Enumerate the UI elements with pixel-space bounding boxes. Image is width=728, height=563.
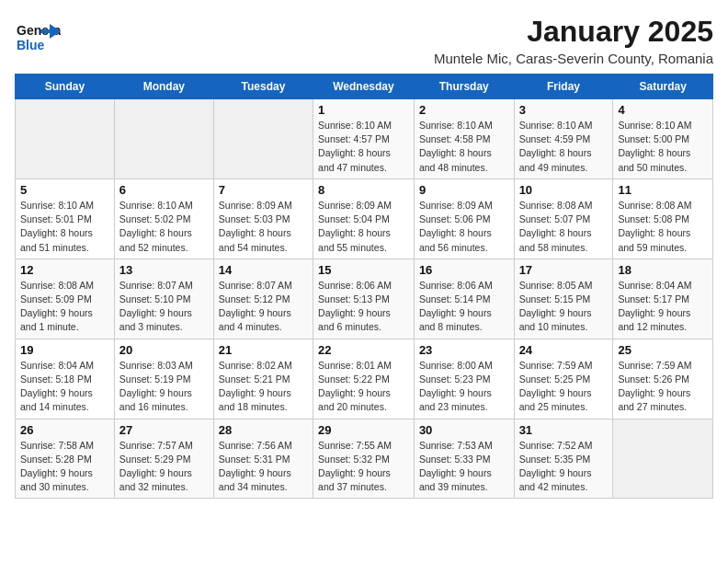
calendar-cell: 17Sunrise: 8:05 AMSunset: 5:15 PMDayligh… bbox=[514, 259, 613, 339]
calendar-cell: 28Sunrise: 7:56 AMSunset: 5:31 PMDayligh… bbox=[213, 419, 313, 499]
day-info: Sunrise: 8:04 AMSunset: 5:17 PMDaylight:… bbox=[618, 279, 708, 335]
day-info: Sunrise: 8:10 AMSunset: 5:01 PMDaylight:… bbox=[20, 199, 109, 255]
calendar-cell: 8Sunrise: 8:09 AMSunset: 5:04 PMDaylight… bbox=[313, 178, 415, 259]
day-number: 13 bbox=[119, 263, 209, 277]
calendar-cell: 27Sunrise: 7:57 AMSunset: 5:29 PMDayligh… bbox=[114, 419, 213, 499]
calendar-cell: 25Sunrise: 7:59 AMSunset: 5:26 PMDayligh… bbox=[613, 339, 713, 419]
day-info: Sunrise: 8:09 AMSunset: 5:04 PMDaylight:… bbox=[318, 199, 409, 255]
day-number: 28 bbox=[219, 423, 308, 437]
day-number: 1 bbox=[318, 103, 409, 117]
title-area: January 2025 Muntele Mic, Caras-Severin … bbox=[434, 15, 713, 66]
day-info: Sunrise: 7:55 AMSunset: 5:32 PMDaylight:… bbox=[318, 439, 409, 495]
calendar-cell: 11Sunrise: 8:08 AMSunset: 5:08 PMDayligh… bbox=[613, 178, 713, 259]
day-number: 25 bbox=[618, 343, 708, 357]
calendar-table: SundayMondayTuesdayWednesdayThursdayFrid… bbox=[15, 74, 713, 499]
day-info: Sunrise: 8:10 AMSunset: 5:00 PMDaylight:… bbox=[618, 119, 708, 175]
calendar-cell: 6Sunrise: 8:10 AMSunset: 5:02 PMDaylight… bbox=[114, 178, 213, 259]
day-info: Sunrise: 8:10 AMSunset: 4:57 PMDaylight:… bbox=[318, 119, 409, 175]
calendar-cell: 20Sunrise: 8:03 AMSunset: 5:19 PMDayligh… bbox=[114, 339, 213, 419]
day-info: Sunrise: 8:00 AMSunset: 5:23 PMDaylight:… bbox=[419, 359, 509, 415]
day-info: Sunrise: 8:08 AMSunset: 5:07 PMDaylight:… bbox=[519, 199, 609, 255]
calendar-cell bbox=[114, 99, 213, 179]
subtitle: Muntele Mic, Caras-Severin County, Roman… bbox=[434, 51, 713, 66]
day-number: 24 bbox=[519, 343, 609, 357]
page-header: General Blue January 2025 Muntele Mic, C… bbox=[15, 15, 713, 66]
calendar-cell: 4Sunrise: 8:10 AMSunset: 5:00 PMDaylight… bbox=[613, 99, 713, 179]
calendar-week-4: 19Sunrise: 8:04 AMSunset: 5:18 PMDayligh… bbox=[16, 339, 713, 419]
calendar-cell: 7Sunrise: 8:09 AMSunset: 5:03 PMDaylight… bbox=[213, 178, 313, 259]
day-info: Sunrise: 7:56 AMSunset: 5:31 PMDaylight:… bbox=[219, 439, 308, 495]
day-info: Sunrise: 8:07 AMSunset: 5:12 PMDaylight:… bbox=[219, 279, 308, 335]
day-number: 30 bbox=[419, 423, 509, 437]
day-number: 4 bbox=[618, 103, 708, 117]
day-info: Sunrise: 8:10 AMSunset: 4:58 PMDaylight:… bbox=[419, 119, 509, 175]
calendar-week-1: 1Sunrise: 8:10 AMSunset: 4:57 PMDaylight… bbox=[16, 99, 713, 179]
calendar-cell: 18Sunrise: 8:04 AMSunset: 5:17 PMDayligh… bbox=[613, 259, 713, 339]
day-info: Sunrise: 7:59 AMSunset: 5:25 PMDaylight:… bbox=[519, 359, 609, 415]
main-title: January 2025 bbox=[434, 15, 713, 49]
day-number: 17 bbox=[519, 263, 609, 277]
day-info: Sunrise: 7:59 AMSunset: 5:26 PMDaylight:… bbox=[618, 359, 708, 415]
calendar-cell: 3Sunrise: 8:10 AMSunset: 4:59 PMDaylight… bbox=[514, 99, 613, 179]
calendar-cell: 14Sunrise: 8:07 AMSunset: 5:12 PMDayligh… bbox=[213, 259, 313, 339]
calendar-cell: 30Sunrise: 7:53 AMSunset: 5:33 PMDayligh… bbox=[414, 419, 514, 499]
day-info: Sunrise: 8:08 AMSunset: 5:09 PMDaylight:… bbox=[20, 279, 109, 335]
day-info: Sunrise: 8:09 AMSunset: 5:06 PMDaylight:… bbox=[419, 199, 509, 255]
logo-icon: General Blue bbox=[15, 15, 61, 64]
day-info: Sunrise: 8:06 AMSunset: 5:13 PMDaylight:… bbox=[318, 279, 409, 335]
day-number: 29 bbox=[318, 423, 409, 437]
day-info: Sunrise: 8:10 AMSunset: 4:59 PMDaylight:… bbox=[519, 119, 609, 175]
day-number: 23 bbox=[419, 343, 509, 357]
day-info: Sunrise: 7:53 AMSunset: 5:33 PMDaylight:… bbox=[419, 439, 509, 495]
calendar-header-row: SundayMondayTuesdayWednesdayThursdayFrid… bbox=[16, 75, 713, 99]
day-info: Sunrise: 7:52 AMSunset: 5:35 PMDaylight:… bbox=[519, 439, 609, 495]
calendar-cell: 26Sunrise: 7:58 AMSunset: 5:28 PMDayligh… bbox=[16, 419, 115, 499]
col-header-saturday: Saturday bbox=[613, 75, 713, 99]
calendar-cell: 2Sunrise: 8:10 AMSunset: 4:58 PMDaylight… bbox=[414, 99, 514, 179]
col-header-tuesday: Tuesday bbox=[213, 75, 313, 99]
svg-text:Blue: Blue bbox=[17, 38, 45, 52]
day-number: 11 bbox=[618, 183, 708, 197]
day-number: 18 bbox=[618, 263, 708, 277]
calendar-cell: 9Sunrise: 8:09 AMSunset: 5:06 PMDaylight… bbox=[414, 178, 514, 259]
calendar-cell: 5Sunrise: 8:10 AMSunset: 5:01 PMDaylight… bbox=[16, 178, 115, 259]
day-number: 6 bbox=[119, 183, 209, 197]
day-number: 8 bbox=[318, 183, 409, 197]
day-number: 10 bbox=[519, 183, 609, 197]
calendar-cell: 24Sunrise: 7:59 AMSunset: 5:25 PMDayligh… bbox=[514, 339, 613, 419]
calendar-cell: 10Sunrise: 8:08 AMSunset: 5:07 PMDayligh… bbox=[514, 178, 613, 259]
calendar-cell bbox=[213, 99, 313, 179]
day-info: Sunrise: 8:06 AMSunset: 5:14 PMDaylight:… bbox=[419, 279, 509, 335]
day-number: 20 bbox=[119, 343, 209, 357]
day-info: Sunrise: 8:05 AMSunset: 5:15 PMDaylight:… bbox=[519, 279, 609, 335]
day-number: 15 bbox=[318, 263, 409, 277]
col-header-wednesday: Wednesday bbox=[313, 75, 415, 99]
day-number: 22 bbox=[318, 343, 409, 357]
day-info: Sunrise: 7:57 AMSunset: 5:29 PMDaylight:… bbox=[119, 439, 209, 495]
calendar-cell bbox=[613, 419, 713, 499]
day-info: Sunrise: 8:09 AMSunset: 5:03 PMDaylight:… bbox=[219, 199, 308, 255]
day-number: 14 bbox=[219, 263, 308, 277]
day-number: 2 bbox=[419, 103, 509, 117]
day-info: Sunrise: 8:04 AMSunset: 5:18 PMDaylight:… bbox=[20, 359, 109, 415]
calendar-cell: 29Sunrise: 7:55 AMSunset: 5:32 PMDayligh… bbox=[313, 419, 415, 499]
col-header-sunday: Sunday bbox=[16, 75, 115, 99]
day-number: 3 bbox=[519, 103, 609, 117]
day-number: 5 bbox=[20, 183, 109, 197]
day-number: 12 bbox=[20, 263, 109, 277]
col-header-thursday: Thursday bbox=[414, 75, 514, 99]
day-info: Sunrise: 8:07 AMSunset: 5:10 PMDaylight:… bbox=[119, 279, 209, 335]
calendar-cell: 23Sunrise: 8:00 AMSunset: 5:23 PMDayligh… bbox=[414, 339, 514, 419]
calendar-week-2: 5Sunrise: 8:10 AMSunset: 5:01 PMDaylight… bbox=[16, 178, 713, 259]
calendar-cell: 22Sunrise: 8:01 AMSunset: 5:22 PMDayligh… bbox=[313, 339, 415, 419]
calendar-week-3: 12Sunrise: 8:08 AMSunset: 5:09 PMDayligh… bbox=[16, 259, 713, 339]
day-number: 19 bbox=[20, 343, 109, 357]
day-number: 9 bbox=[419, 183, 509, 197]
col-header-friday: Friday bbox=[514, 75, 613, 99]
calendar-cell: 12Sunrise: 8:08 AMSunset: 5:09 PMDayligh… bbox=[16, 259, 115, 339]
day-info: Sunrise: 8:10 AMSunset: 5:02 PMDaylight:… bbox=[119, 199, 209, 255]
day-number: 21 bbox=[219, 343, 308, 357]
calendar-cell bbox=[16, 99, 115, 179]
day-info: Sunrise: 8:03 AMSunset: 5:19 PMDaylight:… bbox=[119, 359, 209, 415]
day-number: 16 bbox=[419, 263, 509, 277]
